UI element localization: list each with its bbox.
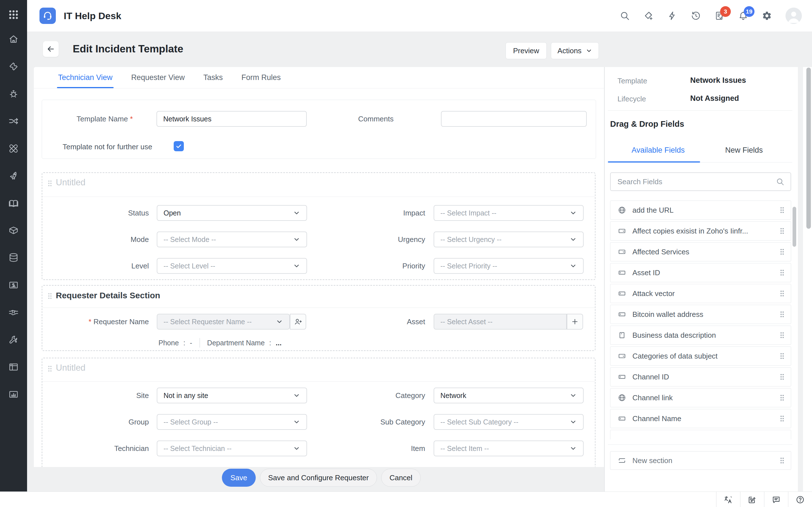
drag-handle-icon[interactable]	[779, 248, 784, 256]
drag-handle-icon[interactable]	[779, 311, 784, 318]
add-requester-button[interactable]	[290, 314, 306, 330]
drag-handle-icon[interactable]	[779, 457, 784, 464]
group-select[interactable]: -- Select Group --	[157, 414, 307, 430]
item-select[interactable]: -- Select Item --	[434, 441, 583, 456]
impact-label: Impact	[347, 205, 425, 221]
drag-handle-icon[interactable]	[779, 207, 784, 214]
field-item[interactable]: Asset ID	[610, 263, 791, 282]
requester-name-select[interactable]: -- Select Requester Name --	[157, 314, 290, 330]
status-select[interactable]: Open	[157, 205, 307, 221]
drag-handle-icon[interactable]	[779, 332, 784, 339]
pick-list-icon	[618, 352, 626, 360]
save-and-configure-button[interactable]: Save and Configure Requester	[260, 469, 377, 487]
reports-icon[interactable]	[8, 389, 19, 400]
level-select[interactable]: -- Select Level --	[157, 258, 307, 274]
quick-actions-icon[interactable]	[667, 11, 677, 21]
section-drag-handle-icon[interactable]	[47, 292, 52, 300]
tab-new-fields[interactable]: New Fields	[725, 146, 763, 155]
preview-button[interactable]: Preview	[506, 42, 547, 59]
translate-icon[interactable]	[716, 492, 740, 507]
handshake-icon[interactable]	[8, 307, 19, 318]
back-button[interactable]	[43, 41, 59, 57]
drag-handle-icon[interactable]	[779, 373, 784, 381]
comment-icon[interactable]	[764, 492, 788, 507]
history-icon[interactable]	[691, 11, 701, 21]
chevron-down-icon	[569, 392, 577, 399]
technician-select[interactable]: -- Select Technician --	[157, 441, 307, 456]
drag-handle-icon[interactable]	[779, 227, 784, 235]
drag-handle-icon[interactable]	[779, 394, 784, 401]
purchase-icon[interactable]	[8, 280, 19, 290]
field-item[interactable]: Channel ID	[610, 367, 791, 386]
tickets-icon[interactable]	[8, 61, 19, 72]
field-item[interactable]: Affected Services	[610, 242, 791, 262]
tab-form-rules[interactable]: Form Rules	[240, 67, 282, 88]
cancel-button[interactable]: Cancel	[381, 469, 421, 487]
drag-handle-icon[interactable]	[779, 290, 784, 297]
settings-gear-icon[interactable]	[762, 11, 772, 21]
apps-grid-icon[interactable]	[8, 9, 19, 20]
tab-requester-view[interactable]: Requester View	[130, 67, 186, 88]
text-field-icon	[618, 310, 626, 319]
section-drag-handle-icon[interactable]	[47, 180, 52, 187]
field-item[interactable]: Attack vector	[610, 284, 791, 303]
wrench-icon[interactable]	[8, 334, 19, 345]
field-item[interactable]: add the URL	[610, 201, 791, 220]
department-value[interactable]: ...	[276, 339, 282, 347]
site-select[interactable]: Not in any site	[157, 388, 307, 403]
home-icon[interactable]	[8, 34, 19, 45]
field-item[interactable]: Channel link	[610, 388, 791, 407]
actions-button[interactable]: Actions	[551, 42, 599, 59]
bandage-icon[interactable]	[8, 143, 19, 154]
tab-technician-view[interactable]: Technician View	[57, 67, 114, 88]
search-icon[interactable]	[620, 11, 630, 21]
add-asset-button[interactable]	[567, 314, 583, 330]
drag-handle-icon[interactable]	[779, 352, 784, 360]
page-scrollbar-thumb[interactable]	[806, 68, 811, 229]
rocket-icon[interactable]	[8, 170, 19, 181]
tab-tasks[interactable]: Tasks	[202, 67, 224, 88]
section-drag-handle-icon[interactable]	[47, 365, 52, 372]
field-item-label: Categories of data subject	[632, 352, 718, 360]
field-item[interactable]: Channel Name	[610, 409, 791, 428]
urgency-select[interactable]: -- Select Urgency --	[434, 231, 583, 247]
not-for-use-checkbox[interactable]	[174, 141, 184, 151]
priority-select[interactable]: -- Select Priority --	[434, 258, 583, 274]
user-avatar[interactable]	[785, 8, 802, 24]
shuffle-icon[interactable]	[8, 116, 19, 126]
fields-list-scrollbar-thumb[interactable]	[793, 207, 796, 247]
section-title: Requester Details Section	[56, 291, 160, 300]
notifications-bell-icon[interactable]: 19	[738, 11, 748, 21]
template-name-input[interactable]	[156, 111, 307, 127]
cube-icon[interactable]	[8, 225, 19, 236]
drag-handle-icon[interactable]	[779, 269, 784, 276]
feedback-edit-icon[interactable]	[740, 492, 764, 507]
add-ticket-icon[interactable]	[644, 11, 654, 21]
pick-list-icon	[618, 247, 626, 256]
tab-available-fields[interactable]: Available Fields	[631, 146, 685, 155]
mode-select[interactable]: -- Select Mode --	[157, 231, 307, 247]
save-button[interactable]: Save	[222, 469, 256, 487]
required-asterisk: *	[128, 115, 133, 123]
app-logo[interactable]	[40, 8, 56, 24]
field-item[interactable]: Categories of data subject	[610, 346, 791, 365]
layout-icon[interactable]	[8, 362, 19, 372]
comments-input[interactable]	[441, 111, 587, 127]
text-field-icon	[618, 289, 626, 298]
database-icon[interactable]	[8, 252, 19, 263]
field-item[interactable]: Bitcoin wallet address	[610, 305, 791, 324]
field-item[interactable]: Business data description	[610, 326, 791, 345]
impact-select[interactable]: -- Select Impact --	[434, 205, 583, 221]
sub-category-select[interactable]: -- Select Sub Category --	[434, 414, 583, 430]
bug-icon[interactable]	[8, 89, 19, 99]
asset-select[interactable]: -- Select Asset --	[434, 314, 567, 330]
approvals-icon[interactable]: 3	[714, 11, 725, 21]
new-section-item[interactable]: New section	[610, 451, 791, 470]
category-select[interactable]: Network	[434, 388, 583, 403]
help-icon[interactable]	[788, 492, 812, 507]
search-fields-input[interactable]	[611, 177, 776, 186]
field-item-clipped[interactable]	[610, 430, 791, 439]
field-item[interactable]: Affect copies exisist in Zoho's Iinfr...	[610, 221, 791, 240]
book-icon[interactable]	[8, 198, 19, 209]
drag-handle-icon[interactable]	[779, 415, 784, 422]
